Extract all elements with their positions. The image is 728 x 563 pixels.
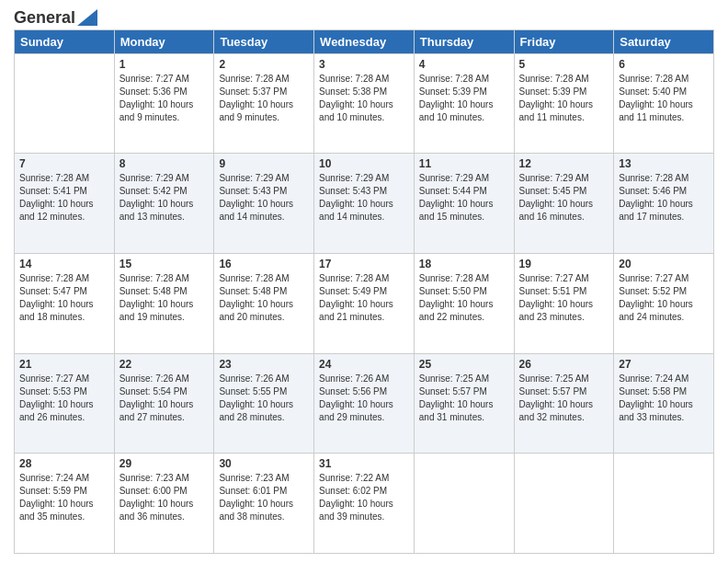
day-info: Sunrise: 7:29 AM Sunset: 5:44 PM Dayligh… [419, 172, 509, 224]
calendar-cell: 10Sunrise: 7:29 AM Sunset: 5:43 PM Dayli… [314, 154, 415, 254]
day-number: 12 [519, 157, 609, 170]
day-info: Sunrise: 7:25 AM Sunset: 5:57 PM Dayligh… [519, 373, 609, 424]
day-number: 5 [519, 58, 609, 71]
day-info: Sunrise: 7:26 AM Sunset: 5:56 PM Dayligh… [319, 373, 409, 424]
calendar-cell: 24Sunrise: 7:26 AM Sunset: 5:56 PM Dayli… [314, 353, 415, 454]
day-info: Sunrise: 7:25 AM Sunset: 5:57 PM Dayligh… [419, 373, 509, 424]
weekday-header-cell: Wednesday [314, 29, 415, 53]
day-info: Sunrise: 7:24 AM Sunset: 5:59 PM Dayligh… [19, 472, 109, 523]
day-info: Sunrise: 7:28 AM Sunset: 5:47 PM Dayligh… [19, 272, 109, 324]
day-info: Sunrise: 7:29 AM Sunset: 5:42 PM Dayligh… [119, 172, 210, 224]
calendar-cell: 17Sunrise: 7:28 AM Sunset: 5:49 PM Dayli… [314, 254, 415, 354]
calendar-cell: 25Sunrise: 7:25 AM Sunset: 5:57 PM Dayli… [414, 353, 514, 454]
calendar-cell: 14Sunrise: 7:28 AM Sunset: 5:47 PM Dayli… [15, 254, 115, 354]
calendar-cell: 21Sunrise: 7:27 AM Sunset: 5:53 PM Dayli… [15, 353, 115, 454]
weekday-header-cell: Saturday [614, 29, 714, 53]
day-number: 19 [519, 258, 609, 270]
day-number: 9 [219, 157, 309, 170]
day-number: 22 [119, 358, 210, 371]
day-number: 10 [319, 157, 409, 170]
day-number: 17 [319, 258, 409, 270]
day-info: Sunrise: 7:28 AM Sunset: 5:48 PM Dayligh… [119, 272, 210, 324]
calendar-cell: 19Sunrise: 7:27 AM Sunset: 5:51 PM Dayli… [514, 254, 614, 354]
day-number: 24 [319, 358, 409, 371]
day-number: 27 [619, 358, 709, 371]
header: General [14, 9, 714, 24]
calendar-week-row: 7Sunrise: 7:28 AM Sunset: 5:41 PM Daylig… [15, 154, 714, 254]
calendar-cell: 7Sunrise: 7:28 AM Sunset: 5:41 PM Daylig… [15, 154, 115, 254]
day-number: 11 [419, 157, 509, 170]
day-number: 13 [619, 157, 709, 170]
calendar-cell: 18Sunrise: 7:28 AM Sunset: 5:50 PM Dayli… [414, 254, 514, 354]
day-number: 7 [19, 157, 109, 170]
day-number: 29 [119, 457, 210, 470]
weekday-header-cell: Tuesday [214, 29, 314, 53]
day-number: 4 [419, 58, 509, 71]
calendar-cell: 4Sunrise: 7:28 AM Sunset: 5:39 PM Daylig… [414, 53, 514, 154]
logo-general: General [14, 9, 75, 28]
calendar-week-row: 28Sunrise: 7:24 AM Sunset: 5:59 PM Dayli… [15, 454, 714, 554]
day-info: Sunrise: 7:28 AM Sunset: 5:38 PM Dayligh… [319, 73, 409, 124]
weekday-header-row: SundayMondayTuesdayWednesdayThursdayFrid… [15, 29, 714, 53]
calendar-week-row: 1Sunrise: 7:27 AM Sunset: 5:36 PM Daylig… [15, 53, 714, 154]
weekday-header-cell: Monday [114, 29, 214, 53]
calendar-cell: 15Sunrise: 7:28 AM Sunset: 5:48 PM Dayli… [114, 254, 214, 354]
day-number: 2 [219, 58, 309, 71]
weekday-header-cell: Friday [514, 29, 614, 53]
day-number: 31 [319, 457, 409, 470]
logo: General [14, 9, 97, 24]
calendar-cell [614, 454, 714, 554]
day-number: 14 [19, 258, 109, 270]
day-info: Sunrise: 7:28 AM Sunset: 5:39 PM Dayligh… [519, 73, 609, 124]
calendar-week-row: 14Sunrise: 7:28 AM Sunset: 5:47 PM Dayli… [15, 254, 714, 354]
day-info: Sunrise: 7:28 AM Sunset: 5:40 PM Dayligh… [619, 73, 709, 124]
day-info: Sunrise: 7:23 AM Sunset: 6:01 PM Dayligh… [219, 472, 309, 523]
calendar-cell: 30Sunrise: 7:23 AM Sunset: 6:01 PM Dayli… [214, 454, 314, 554]
calendar-cell [414, 454, 514, 554]
day-info: Sunrise: 7:24 AM Sunset: 5:58 PM Dayligh… [619, 373, 709, 424]
day-number: 21 [19, 358, 109, 371]
day-number: 18 [419, 258, 509, 270]
day-info: Sunrise: 7:28 AM Sunset: 5:48 PM Dayligh… [219, 272, 309, 324]
calendar-cell: 1Sunrise: 7:27 AM Sunset: 5:36 PM Daylig… [114, 53, 214, 154]
day-info: Sunrise: 7:29 AM Sunset: 5:45 PM Dayligh… [519, 172, 609, 224]
calendar-cell: 8Sunrise: 7:29 AM Sunset: 5:42 PM Daylig… [114, 154, 214, 254]
day-info: Sunrise: 7:29 AM Sunset: 5:43 PM Dayligh… [219, 172, 309, 224]
day-info: Sunrise: 7:26 AM Sunset: 5:55 PM Dayligh… [219, 373, 309, 424]
svg-marker-0 [77, 9, 97, 26]
calendar-cell: 16Sunrise: 7:28 AM Sunset: 5:48 PM Dayli… [214, 254, 314, 354]
calendar-cell: 11Sunrise: 7:29 AM Sunset: 5:44 PM Dayli… [414, 154, 514, 254]
calendar-cell: 12Sunrise: 7:29 AM Sunset: 5:45 PM Dayli… [514, 154, 614, 254]
day-number: 20 [619, 258, 709, 270]
calendar-cell: 28Sunrise: 7:24 AM Sunset: 5:59 PM Dayli… [15, 454, 115, 554]
calendar-cell: 23Sunrise: 7:26 AM Sunset: 5:55 PM Dayli… [214, 353, 314, 454]
calendar-cell: 20Sunrise: 7:27 AM Sunset: 5:52 PM Dayli… [614, 254, 714, 354]
day-number: 15 [119, 258, 210, 270]
calendar-cell: 26Sunrise: 7:25 AM Sunset: 5:57 PM Dayli… [514, 353, 614, 454]
calendar-cell: 22Sunrise: 7:26 AM Sunset: 5:54 PM Dayli… [114, 353, 214, 454]
day-number: 3 [319, 58, 409, 71]
day-info: Sunrise: 7:28 AM Sunset: 5:46 PM Dayligh… [619, 172, 709, 224]
day-info: Sunrise: 7:27 AM Sunset: 5:52 PM Dayligh… [619, 272, 709, 324]
day-info: Sunrise: 7:26 AM Sunset: 5:54 PM Dayligh… [119, 373, 210, 424]
day-info: Sunrise: 7:27 AM Sunset: 5:36 PM Dayligh… [119, 73, 210, 124]
calendar-cell: 3Sunrise: 7:28 AM Sunset: 5:38 PM Daylig… [314, 53, 415, 154]
day-info: Sunrise: 7:28 AM Sunset: 5:50 PM Dayligh… [419, 272, 509, 324]
calendar-table: SundayMondayTuesdayWednesdayThursdayFrid… [14, 29, 714, 554]
day-number: 16 [219, 258, 309, 270]
calendar-cell: 27Sunrise: 7:24 AM Sunset: 5:58 PM Dayli… [614, 353, 714, 454]
day-info: Sunrise: 7:28 AM Sunset: 5:37 PM Dayligh… [219, 73, 309, 124]
day-info: Sunrise: 7:27 AM Sunset: 5:51 PM Dayligh… [519, 272, 609, 324]
day-info: Sunrise: 7:22 AM Sunset: 6:02 PM Dayligh… [319, 472, 409, 523]
calendar-cell: 6Sunrise: 7:28 AM Sunset: 5:40 PM Daylig… [614, 53, 714, 154]
weekday-header-cell: Thursday [414, 29, 514, 53]
calendar-week-row: 21Sunrise: 7:27 AM Sunset: 5:53 PM Dayli… [15, 353, 714, 454]
day-number: 28 [19, 457, 109, 470]
page: General SundayMondayTuesdayWednesdayThur… [0, 0, 728, 563]
calendar-cell: 5Sunrise: 7:28 AM Sunset: 5:39 PM Daylig… [514, 53, 614, 154]
calendar-cell: 13Sunrise: 7:28 AM Sunset: 5:46 PM Dayli… [614, 154, 714, 254]
day-info: Sunrise: 7:28 AM Sunset: 5:49 PM Dayligh… [319, 272, 409, 324]
weekday-header-cell: Sunday [15, 29, 115, 53]
day-number: 1 [119, 58, 210, 71]
calendar-cell: 2Sunrise: 7:28 AM Sunset: 5:37 PM Daylig… [214, 53, 314, 154]
